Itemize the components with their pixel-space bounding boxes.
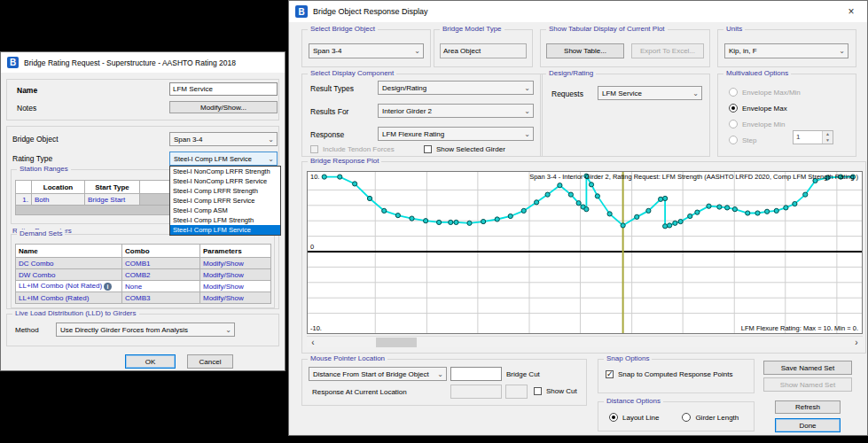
bridge-rating-request-dialog: B Bridge Rating Request - Superstructure… xyxy=(0,51,285,371)
include-tendon-forces-label: Include Tendon Forces xyxy=(323,145,395,153)
demand-sets-table[interactable]: NameComboParametersDC ComboCOMB1Modify/S… xyxy=(15,244,271,304)
response-plot[interactable]: Span 3-4 - Interior Girder 2, Rating Req… xyxy=(307,171,863,334)
result-types-select[interactable]: Design/Rating ⌄ xyxy=(378,81,534,95)
units-select[interactable]: Kip, in, F ⌄ xyxy=(724,43,848,58)
radio-icon xyxy=(729,120,738,128)
table-header-row: NameComboParameters xyxy=(16,245,271,258)
plot-footer-stats: LFM Flexure Rating: Max = 10. Min = 0. xyxy=(741,324,858,332)
bridge-cut-input[interactable] xyxy=(450,367,502,381)
modify-show-link[interactable]: Modify/Show xyxy=(200,292,271,304)
include-tendon-forces-checkbox xyxy=(310,145,318,153)
ok-button[interactable]: OK xyxy=(125,354,176,369)
scroll-left-icon[interactable]: ‹ xyxy=(307,337,319,347)
spin-up-icon[interactable]: ▲ xyxy=(823,131,833,137)
group-label: Show Tabular Display of Current Plot xyxy=(546,25,668,33)
show-cut-checkbox[interactable] xyxy=(534,387,542,395)
notes-modify-show-button[interactable]: Modify/Show... xyxy=(169,101,278,113)
combo-value: Span 3-4 xyxy=(174,136,202,144)
response-value-field xyxy=(450,385,502,399)
chevron-down-icon: ⌄ xyxy=(414,44,420,58)
rating-type-option[interactable]: Steel-I Comp ASM xyxy=(170,206,280,215)
combo-value: Span 3-4 xyxy=(313,47,341,55)
table-cell: COMB2 xyxy=(122,269,200,281)
table-cell: DC Combo xyxy=(16,258,122,269)
save-named-set-button[interactable]: Save Named Set xyxy=(763,361,852,375)
table-row[interactable]: LL+IM Combo (Rated)COMB3Modify/Show xyxy=(16,292,271,304)
bridge-object-response-display-dialog: B Bridge Object Response Display × Selec… xyxy=(288,0,868,436)
rating-type-option[interactable]: Steel-I NonComp LRFR Strength xyxy=(170,167,280,176)
scrollbar-thumb[interactable] xyxy=(376,338,417,347)
radio-label: Envelope Max/Min xyxy=(742,89,801,97)
snap-to-points-checkbox[interactable] xyxy=(606,370,614,378)
bridge-object-select[interactable]: Span 3-4 ⌄ xyxy=(169,132,278,146)
response-select[interactable]: LFM Flexure Rating ⌄ xyxy=(378,127,534,141)
distance-option-1[interactable]: Girder Length xyxy=(682,409,739,425)
name-input[interactable]: LFM Service xyxy=(169,82,278,96)
column-header xyxy=(16,181,32,194)
show-table-button[interactable]: Show Table... xyxy=(546,43,624,58)
chevron-down-icon: ⌄ xyxy=(839,44,845,58)
bridge-object-select[interactable]: Span 3-4 ⌄ xyxy=(309,43,424,58)
table-row[interactable]: LL+IM Combo (Not Rated)iNoneModify/Show xyxy=(16,281,271,292)
snap-to-points-label: Snap to Computed Response Points xyxy=(618,370,732,378)
modify-show-link[interactable]: Modify/Show xyxy=(200,258,271,269)
group-label: Multivalued Options xyxy=(723,69,791,77)
table-row[interactable]: DC ComboCOMB1Modify/Show xyxy=(16,258,271,269)
column-header: Start Type xyxy=(85,181,140,194)
refresh-button[interactable]: Refresh xyxy=(775,400,841,414)
chevron-down-icon: ⌄ xyxy=(524,128,530,140)
rating-type-option[interactable]: Steel-I Comp LRFR Strength xyxy=(170,186,280,196)
group-label: Bridge Model Type xyxy=(440,25,504,33)
table-cell: COMB3 xyxy=(122,292,200,304)
show-selected-girder-label: Show Selected Girder xyxy=(436,145,505,153)
dialog-titlebar[interactable]: B Bridge Rating Request - Superstructure… xyxy=(1,52,285,73)
show-selected-girder-checkbox[interactable] xyxy=(424,145,432,153)
radio-icon[interactable] xyxy=(609,413,618,422)
distance-options-group: Distance Options Layout LineGirder Lengt… xyxy=(598,401,755,431)
step-value: 1 xyxy=(796,133,800,141)
rating-type-option[interactable]: Steel-I Comp LFM Strength xyxy=(170,215,280,225)
modify-show-link[interactable]: Modify/Show xyxy=(200,281,271,292)
radio-label: Layout Line xyxy=(622,414,659,422)
radio-label: Envelope Min xyxy=(742,120,785,128)
lld-method-select[interactable]: Use Directly Girder Forces from Analysis… xyxy=(56,323,235,337)
combo-value: Kip, in, F xyxy=(729,47,757,55)
radio-icon[interactable] xyxy=(682,413,691,422)
combo-value: Steel-I Comp LFM Service xyxy=(174,155,252,163)
cancel-button[interactable]: Cancel xyxy=(187,354,233,369)
notes-label: Notes xyxy=(17,104,36,113)
rating-type-dropdown-list[interactable]: Steel-I NonComp LRFR StrengthSteel-I Non… xyxy=(169,166,281,236)
spin-down-icon[interactable]: ▼ xyxy=(823,137,833,144)
plot-canvas[interactable] xyxy=(308,172,862,333)
close-icon[interactable]: × xyxy=(844,5,858,19)
plot-horizontal-scrollbar[interactable]: ‹ › xyxy=(307,336,863,347)
distance-option-0[interactable]: Layout Line xyxy=(609,409,659,425)
multivalued-option-1[interactable]: Envelope Max xyxy=(729,100,801,116)
multivalued-option-2: Envelope Min xyxy=(729,116,801,132)
multivalued-option-3: Step xyxy=(729,132,801,148)
rating-type-option[interactable]: Steel-I Comp LRFR Service xyxy=(170,196,280,206)
rating-type-option[interactable]: Steel-I Comp LFM Service xyxy=(170,225,280,235)
table-cell: LL+IM Combo (Rated) xyxy=(16,292,122,304)
rating-type-select[interactable]: Steel-I Comp LFM Service ⌄ xyxy=(169,152,278,166)
chevron-down-icon: ⌄ xyxy=(268,152,274,165)
chevron-down-icon: ⌄ xyxy=(524,105,530,117)
group-label: Mouse Pointer Location xyxy=(308,354,387,362)
info-icon[interactable]: i xyxy=(104,283,112,291)
bridge-model-type-field: Area Object xyxy=(440,43,527,58)
spinner-arrows[interactable]: ▲▼ xyxy=(822,131,833,144)
mouse-pointer-location-group: Mouse Pointer Location xyxy=(301,359,587,406)
scroll-right-icon[interactable]: › xyxy=(850,337,863,347)
pointer-distance-mode-select[interactable]: Distance From Start of Bridge Object ⌄ xyxy=(309,367,447,381)
results-for-select[interactable]: Interior Girder 2 ⌄ xyxy=(378,104,534,118)
modify-show-link[interactable]: Modify/Show xyxy=(200,269,271,281)
dialog-titlebar[interactable]: B Bridge Object Response Display × xyxy=(289,1,867,22)
done-button[interactable]: Done xyxy=(775,418,841,432)
radio-icon[interactable] xyxy=(729,104,738,113)
chevron-down-icon: ⌄ xyxy=(268,133,274,145)
requests-select[interactable]: LFM Service ⌄ xyxy=(598,86,702,100)
rating-type-option[interactable]: Steel-I NonComp LRFR Service xyxy=(170,176,280,186)
table-cell: COMB1 xyxy=(122,258,200,269)
chevron-down-icon: ⌄ xyxy=(524,82,530,94)
table-row[interactable]: DW ComboCOMB2Modify/Show xyxy=(16,269,271,281)
